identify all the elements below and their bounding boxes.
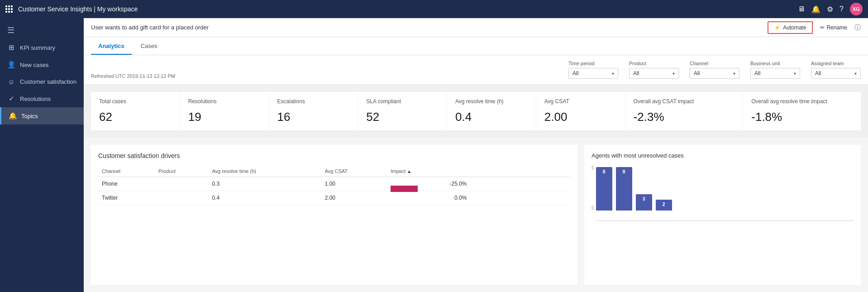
kpi-label-escalations: Escalations bbox=[277, 98, 350, 105]
sidebar-item-label-resolutions: Resolutions bbox=[20, 96, 51, 102]
filter-product-label: Product bbox=[629, 61, 679, 66]
monitor-icon[interactable]: 🖥 bbox=[798, 5, 805, 13]
resolutions-icon: ✓ bbox=[7, 95, 15, 103]
bell-icon[interactable]: 🔔 bbox=[811, 5, 820, 14]
kpi-card-avg-csat[interactable]: Avg CSAT 2.00 bbox=[536, 92, 625, 130]
bar-val-4: 2 bbox=[663, 201, 665, 207]
sidebar-item-resolutions[interactable]: ✓ Resolutions bbox=[0, 90, 84, 107]
cell-avg-csat: 2.00 bbox=[321, 191, 387, 205]
rename-button[interactable]: ✏ Rename bbox=[816, 22, 851, 33]
kpi-value-resolutions: 19 bbox=[188, 110, 261, 124]
cell-product bbox=[155, 191, 208, 205]
help-icon[interactable]: ? bbox=[839, 5, 844, 13]
sidebar-item-kpi-summary[interactable]: ⊞ KPI summary bbox=[0, 39, 84, 56]
kpi-value-csat-impact: -2.3% bbox=[634, 110, 735, 124]
filter-product: Product All ▾ bbox=[629, 61, 679, 79]
bar-chart: 8 8 3 bbox=[596, 165, 854, 220]
bar-val-1: 8 bbox=[603, 169, 606, 174]
gear-icon[interactable]: ⚙ bbox=[827, 5, 833, 14]
y-label-0: 0 bbox=[591, 206, 594, 211]
content-header: User wants to add gift card for a placed… bbox=[84, 18, 868, 37]
bar-2: 8 bbox=[616, 167, 632, 211]
filter-time-period-select[interactable]: All ▾ bbox=[568, 68, 618, 79]
tab-cases[interactable]: Cases bbox=[134, 37, 165, 55]
csat-drivers-title: Customer satisfaction drivers bbox=[98, 152, 570, 159]
cell-avg-resolve: 0.4 bbox=[208, 191, 321, 205]
bar-col-4: 2 bbox=[656, 200, 672, 211]
top-navigation: Customer Service Insights | My workspace… bbox=[0, 0, 868, 18]
filter-assigned-team-label: Assigned team bbox=[811, 61, 861, 66]
customer-satisfaction-icon: ☺ bbox=[7, 78, 15, 86]
bar-val-2: 8 bbox=[623, 169, 625, 174]
bar-1: 8 bbox=[596, 167, 612, 211]
sidebar-item-label-kpi-summary: KPI summary bbox=[20, 44, 55, 51]
info-icon[interactable]: ⓘ bbox=[854, 24, 861, 32]
kpi-summary-icon: ⊞ bbox=[7, 43, 15, 52]
table-row: Twitter 0.4 2.00 0.0% bbox=[98, 191, 570, 205]
user-avatar[interactable]: XG bbox=[850, 3, 863, 15]
refresh-timestamp: Refreshed UTC 2019-11-13 12:12 PM bbox=[91, 73, 175, 79]
kpi-card-avg-resolve[interactable]: Avg resolve time (h) 0.4 bbox=[447, 92, 536, 130]
x-axis-line bbox=[596, 220, 854, 221]
cell-channel: Phone bbox=[98, 177, 155, 191]
kpi-value-resolve-impact: -1.8% bbox=[751, 110, 853, 124]
kpi-card-total-cases[interactable]: Total cases 62 bbox=[91, 92, 180, 130]
filter-channel-select[interactable]: All ▾ bbox=[690, 68, 739, 79]
impact-pct-twitter: 0.0% bbox=[448, 195, 467, 201]
filter-product-select[interactable]: All ▾ bbox=[629, 68, 679, 79]
kpi-value-avg-csat: 2.00 bbox=[544, 110, 617, 124]
col-header-impact[interactable]: Impact ▲ bbox=[387, 166, 570, 177]
app-body: ☰ ⊞ KPI summary 👤 New cases ☺ Customer s… bbox=[0, 18, 868, 292]
sidebar-item-new-cases[interactable]: 👤 New cases bbox=[0, 56, 84, 73]
sidebar-item-label-customer-satisfaction: Customer satisfaction bbox=[20, 78, 76, 85]
header-actions: ⚡ Automate ✏ Rename ⓘ bbox=[768, 21, 861, 34]
impact-pct-phone: -25.0% bbox=[448, 181, 467, 187]
kpi-cards-row: Total cases 62 Resolutions 19 Escalation… bbox=[84, 85, 868, 138]
tabs-bar: Analytics Cases bbox=[84, 37, 868, 55]
filter-channel: Channel All ▾ bbox=[690, 61, 739, 79]
filter-business-unit: Business unit All ▾ bbox=[750, 61, 800, 79]
drivers-table: Channel Product Avg resolve time (h) Avg… bbox=[98, 166, 570, 205]
y-label-5: 5 bbox=[591, 165, 594, 170]
filters-row: Refreshed UTC 2019-11-13 12:12 PM Time p… bbox=[84, 55, 868, 85]
chevron-down-icon: ▾ bbox=[854, 71, 857, 76]
cell-impact: 0.0% bbox=[387, 191, 570, 205]
bar-col-1: 8 bbox=[596, 167, 612, 211]
sidebar-item-topics[interactable]: 🔔 Topics bbox=[0, 107, 84, 124]
chart-wrapper: 5 0 8 8 bbox=[591, 165, 854, 221]
kpi-card-csat-impact[interactable]: Overall avg CSAT impact -2.3% bbox=[625, 92, 743, 130]
nav-right: 🖥 🔔 ⚙ ? XG bbox=[798, 3, 863, 15]
tab-analytics[interactable]: Analytics bbox=[91, 37, 132, 55]
filter-business-unit-select[interactable]: All ▾ bbox=[750, 68, 800, 79]
kpi-card-sla[interactable]: SLA compliant 52 bbox=[358, 92, 447, 130]
bar-val-3: 3 bbox=[643, 196, 645, 201]
kpi-card-resolutions[interactable]: Resolutions 19 bbox=[180, 92, 269, 130]
kpi-label-avg-resolve: Avg resolve time (h) bbox=[455, 98, 528, 105]
agents-chart-title: Agents with most unresolved cases bbox=[591, 152, 854, 159]
col-header-product: Product bbox=[155, 166, 208, 177]
kpi-label-resolutions: Resolutions bbox=[188, 98, 261, 105]
kpi-card-escalations[interactable]: Escalations 16 bbox=[269, 92, 358, 130]
kpi-value-escalations: 16 bbox=[277, 110, 350, 124]
automate-button[interactable]: ⚡ Automate bbox=[768, 21, 812, 34]
sidebar-collapse-button[interactable]: ☰ bbox=[0, 22, 84, 39]
kpi-value-total-cases: 62 bbox=[99, 110, 172, 124]
main-content: User wants to add gift card for a placed… bbox=[84, 18, 868, 292]
chevron-down-icon: ▾ bbox=[672, 71, 675, 76]
kpi-label-resolve-impact: Overall avg resolve time impact bbox=[751, 98, 853, 105]
sidebar-item-customer-satisfaction[interactable]: ☺ Customer satisfaction bbox=[0, 73, 84, 90]
agents-chart-panel: Agents with most unresolved cases 5 0 8 bbox=[584, 145, 861, 285]
app-title: Customer Service Insights | My workspace bbox=[18, 5, 138, 13]
kpi-card-resolve-impact[interactable]: Overall avg resolve time impact -1.8% bbox=[743, 92, 861, 130]
app-grid-icon[interactable] bbox=[5, 5, 13, 13]
kpi-label-sla: SLA compliant bbox=[366, 98, 439, 105]
new-cases-icon: 👤 bbox=[7, 61, 15, 69]
kpi-label-csat-impact: Overall avg CSAT impact bbox=[634, 98, 735, 105]
chevron-down-icon: ▾ bbox=[612, 71, 614, 76]
filter-channel-label: Channel bbox=[690, 61, 739, 66]
bar-3: 3 bbox=[636, 194, 652, 211]
filter-business-unit-label: Business unit bbox=[750, 61, 800, 66]
topics-icon: 🔔 bbox=[9, 112, 17, 120]
filter-assigned-team-select[interactable]: All ▾ bbox=[811, 68, 861, 79]
sidebar-item-label-topics: Topics bbox=[21, 113, 38, 120]
